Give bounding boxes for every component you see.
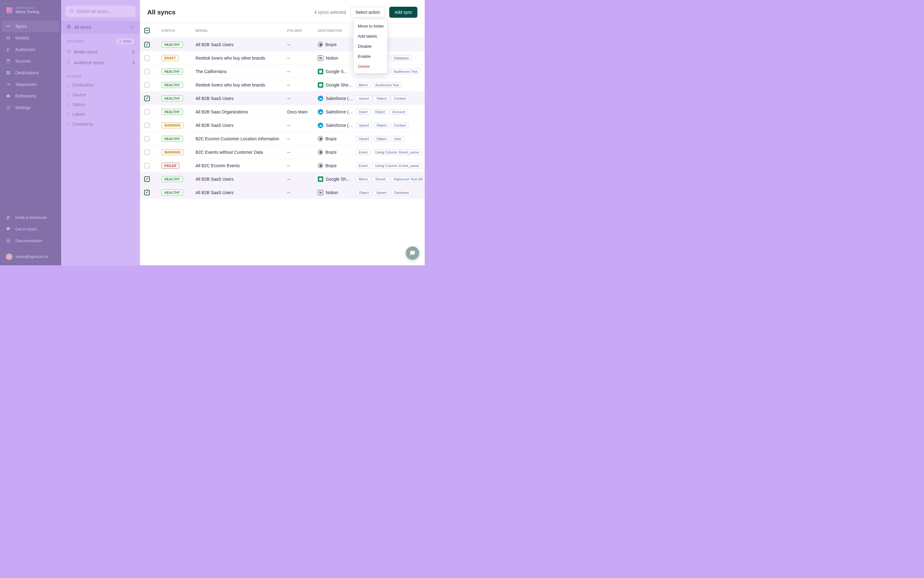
filter-status[interactable]: ❯Status [61, 100, 140, 109]
row-checkbox[interactable] [144, 42, 150, 47]
sync-icon [5, 24, 11, 29]
nav-sync[interactable]: Syncs [2, 21, 59, 32]
col-model: MODEL [196, 29, 287, 32]
nav-models[interactable]: Models [2, 32, 59, 44]
folder-name: -- [287, 150, 318, 155]
all-syncs-row[interactable]: All syncs 12 [61, 21, 140, 34]
filter-source[interactable]: ❯Source [61, 90, 140, 100]
nav-audiences[interactable]: Audiences [2, 44, 59, 55]
select-action-menu: Move to folderAdd labelsDisableEnableDel… [353, 19, 387, 74]
new-label: New [123, 39, 131, 44]
filters-heading: FILTERS [66, 75, 81, 78]
braze-icon: ◑ [318, 163, 323, 168]
extensions-icon [5, 93, 11, 99]
select-action-button[interactable]: Select action [350, 7, 385, 18]
svg-rect-10 [8, 71, 10, 73]
row-checkbox[interactable] [144, 163, 150, 169]
folder-name: -- [287, 123, 318, 128]
svg-rect-3 [7, 36, 7, 39]
models-icon [5, 35, 11, 41]
table-row[interactable]: HEALTHYAll B2B SaaS Users--▦Google Sh...… [140, 172, 425, 185]
nav-sources[interactable]: Sources [2, 55, 59, 67]
status-badge: WARNING [161, 122, 184, 128]
avatar: M [6, 253, 13, 260]
search-input[interactable] [76, 9, 132, 14]
user-email: maria@hightouch.io [16, 255, 48, 259]
model-name: All B2B Saas Organizations [196, 109, 287, 114]
google-sheets-icon: ▦ [318, 82, 323, 88]
status-badge: HEALTHY [161, 95, 183, 101]
row-checkbox[interactable] [144, 190, 150, 195]
tag: Contact [391, 123, 409, 128]
model-name: All B2B SaaS Users [196, 190, 287, 195]
svg-point-6 [7, 48, 8, 49]
destination-name: Braze [326, 163, 337, 168]
table-row[interactable]: HEALTHYB2C Ecomm Customer Location Infor… [140, 132, 425, 145]
row-checkbox[interactable] [144, 136, 150, 141]
svg-point-23 [70, 10, 73, 12]
menu-delete[interactable]: Delete [353, 62, 387, 71]
row-checkbox[interactable] [144, 123, 150, 128]
tag: Account [389, 109, 408, 115]
tag: Event [356, 149, 370, 155]
filter-destination[interactable]: ❯Destination [61, 80, 140, 90]
table-row[interactable]: HEALTHYAll B2B Saas OrganizationsDocs te… [140, 105, 425, 118]
table-row[interactable]: FAILEDAll B2C Ecomm Events--◑BrazeEventU… [140, 159, 425, 172]
table-row[interactable]: HEALTHYAll B2B SaaS Users--☁Salesforce (… [140, 91, 425, 105]
tag: Upsert [356, 96, 372, 101]
table-row[interactable]: HEALTHYReebok lovers who buy other brand… [140, 78, 425, 91]
row-checkbox[interactable] [144, 69, 150, 74]
row-checkbox[interactable] [144, 96, 150, 101]
nav-docs[interactable]: Documentation [2, 235, 59, 246]
svg-rect-12 [8, 73, 10, 75]
svg-point-17 [8, 107, 9, 108]
search-box[interactable] [65, 5, 136, 17]
svg-rect-29 [68, 51, 69, 53]
svg-point-32 [69, 61, 70, 62]
svg-point-1 [9, 26, 10, 27]
row-checkbox[interactable] [144, 82, 150, 88]
menu-disable[interactable]: Disable [353, 41, 387, 51]
folder-item[interactable]: Model syncs9 [61, 47, 140, 57]
nav-settings[interactable]: Settings [2, 102, 59, 114]
chevron-right-icon: ❯ [66, 103, 70, 107]
svg-rect-28 [67, 50, 68, 53]
nav-destinations[interactable]: Destinations [2, 67, 59, 78]
settings-icon [5, 105, 11, 110]
folder-name: -- [287, 69, 318, 74]
folder-name: -- [287, 136, 318, 141]
page-title: All syncs [147, 8, 175, 16]
workspace-switcher[interactable]: WORKSPACE Maria Testing ⌄ [3, 4, 58, 17]
row-checkbox[interactable] [144, 176, 150, 182]
plus-icon: + [120, 39, 122, 44]
nav-sequences[interactable]: Sequences [2, 78, 59, 90]
filter-labels[interactable]: ❯Labels [61, 109, 140, 119]
filter-created-by[interactable]: ❯Created by [61, 119, 140, 129]
nav-extensions[interactable]: Extensions [2, 90, 59, 102]
intercom-button[interactable] [406, 246, 419, 260]
google-sheets-icon: ▦ [318, 176, 323, 182]
row-checkbox[interactable] [144, 149, 150, 155]
menu-add-labels[interactable]: Add labels [353, 31, 387, 41]
chat-icon [5, 226, 11, 232]
folders-heading: FOLDERS [66, 39, 84, 43]
tag: Object [372, 109, 388, 115]
select-all-checkbox[interactable] [144, 28, 150, 33]
add-sync-button[interactable]: Add sync [389, 7, 417, 18]
nav-invite[interactable]: Invite a teammate [2, 211, 59, 223]
table-row[interactable]: HEALTHYAll B2B SaaS Users--NNotionObject… [140, 185, 425, 199]
tag: Insert [356, 109, 370, 115]
status-badge: HEALTHY [161, 176, 183, 182]
workspace-icon [6, 7, 13, 13]
selected-count: 4 syncs selected [314, 10, 346, 15]
new-folder-button[interactable]: + New [116, 38, 135, 45]
menu-move-to-folder[interactable]: Move to folder [353, 21, 387, 31]
menu-enable[interactable]: Enable [353, 51, 387, 62]
row-checkbox[interactable] [144, 109, 150, 115]
folder-item[interactable]: Audience syncs3 [61, 57, 140, 68]
user-menu[interactable]: M maria@hightouch.io [3, 251, 58, 262]
nav-chat[interactable]: Get in touch [2, 223, 59, 235]
table-row[interactable]: WARNINGB2C Events without Customer Data-… [140, 145, 425, 159]
row-checkbox[interactable] [144, 55, 150, 61]
table-row[interactable]: WARNINGAll B2B SaaS Users--☁Salesforce (… [140, 118, 425, 132]
